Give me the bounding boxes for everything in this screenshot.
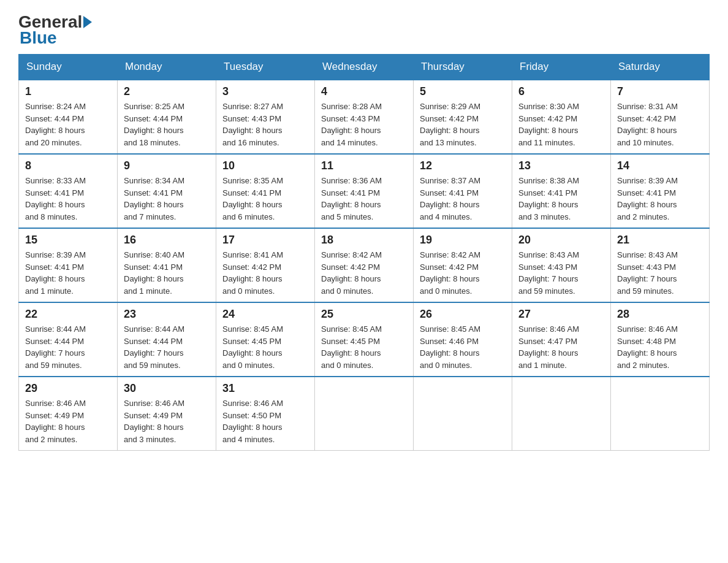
calendar-cell: 21 Sunrise: 8:43 AMSunset: 4:43 PMDaylig… [611,228,710,302]
day-info: Sunrise: 8:24 AMSunset: 4:44 PMDaylight:… [25,101,111,148]
day-number: 3 [222,85,308,98]
calendar-week-row: 8 Sunrise: 8:33 AMSunset: 4:41 PMDayligh… [19,154,710,228]
day-info: Sunrise: 8:42 AMSunset: 4:42 PMDaylight:… [321,249,407,297]
calendar-header-tuesday: Tuesday [216,55,315,80]
calendar-header-wednesday: Wednesday [315,55,414,80]
day-number: 12 [420,159,506,172]
day-number: 15 [25,234,111,247]
logo-arrow-icon [83,16,92,28]
day-number: 23 [124,308,210,321]
day-number: 25 [321,308,407,321]
calendar-cell: 4 Sunrise: 8:28 AMSunset: 4:43 PMDayligh… [315,80,414,154]
day-number: 6 [518,85,604,98]
calendar-cell [512,377,611,451]
day-info: Sunrise: 8:28 AMSunset: 4:43 PMDaylight:… [321,101,407,148]
calendar-header-thursday: Thursday [414,55,512,80]
day-number: 19 [420,234,506,247]
day-info: Sunrise: 8:38 AMSunset: 4:41 PMDaylight:… [518,175,604,223]
day-info: Sunrise: 8:35 AMSunset: 4:41 PMDaylight:… [222,175,308,223]
day-info: Sunrise: 8:46 AMSunset: 4:49 PMDaylight:… [25,397,111,445]
day-info: Sunrise: 8:46 AMSunset: 4:47 PMDaylight:… [518,323,604,371]
calendar-week-row: 22 Sunrise: 8:44 AMSunset: 4:44 PMDaylig… [19,302,710,377]
calendar-week-row: 15 Sunrise: 8:39 AMSunset: 4:41 PMDaylig… [19,228,710,302]
day-info: Sunrise: 8:36 AMSunset: 4:41 PMDaylight:… [321,175,407,223]
day-info: Sunrise: 8:43 AMSunset: 4:43 PMDaylight:… [617,249,703,297]
day-number: 13 [518,159,604,172]
day-number: 27 [518,308,604,321]
day-info: Sunrise: 8:33 AMSunset: 4:41 PMDaylight:… [25,175,111,223]
calendar-cell: 30 Sunrise: 8:46 AMSunset: 4:49 PMDaylig… [118,377,216,451]
day-number: 28 [617,308,703,321]
day-info: Sunrise: 8:45 AMSunset: 4:46 PMDaylight:… [420,323,506,371]
day-info: Sunrise: 8:39 AMSunset: 4:41 PMDaylight:… [617,175,703,223]
calendar-header-monday: Monday [118,55,216,80]
day-info: Sunrise: 8:44 AMSunset: 4:44 PMDaylight:… [124,323,210,371]
calendar-cell: 5 Sunrise: 8:29 AMSunset: 4:42 PMDayligh… [414,80,512,154]
day-info: Sunrise: 8:40 AMSunset: 4:41 PMDaylight:… [124,249,210,297]
calendar-table: SundayMondayTuesdayWednesdayThursdayFrid… [18,54,710,451]
day-number: 10 [222,159,308,172]
day-number: 2 [124,85,210,98]
day-number: 26 [420,308,506,321]
day-number: 29 [25,382,111,395]
day-number: 7 [617,85,703,98]
day-number: 4 [321,85,407,98]
page-header: General Blue [18,12,710,48]
day-info: Sunrise: 8:46 AMSunset: 4:49 PMDaylight:… [124,397,210,445]
day-number: 1 [25,85,111,98]
day-number: 20 [518,234,604,247]
day-info: Sunrise: 8:45 AMSunset: 4:45 PMDaylight:… [321,323,407,371]
day-info: Sunrise: 8:29 AMSunset: 4:42 PMDaylight:… [420,101,506,148]
calendar-cell: 10 Sunrise: 8:35 AMSunset: 4:41 PMDaylig… [216,154,315,228]
day-info: Sunrise: 8:31 AMSunset: 4:42 PMDaylight:… [617,101,703,148]
day-info: Sunrise: 8:25 AMSunset: 4:44 PMDaylight:… [124,101,210,148]
calendar-cell: 19 Sunrise: 8:42 AMSunset: 4:42 PMDaylig… [414,228,512,302]
calendar-cell: 11 Sunrise: 8:36 AMSunset: 4:41 PMDaylig… [315,154,414,228]
calendar-cell: 18 Sunrise: 8:42 AMSunset: 4:42 PMDaylig… [315,228,414,302]
day-info: Sunrise: 8:27 AMSunset: 4:43 PMDaylight:… [222,101,308,148]
day-number: 21 [617,234,703,247]
day-number: 18 [321,234,407,247]
calendar-header-friday: Friday [512,55,611,80]
day-number: 22 [25,308,111,321]
calendar-week-row: 1 Sunrise: 8:24 AMSunset: 4:44 PMDayligh… [19,80,710,154]
calendar-cell: 28 Sunrise: 8:46 AMSunset: 4:48 PMDaylig… [611,302,710,377]
calendar-cell: 29 Sunrise: 8:46 AMSunset: 4:49 PMDaylig… [19,377,118,451]
day-info: Sunrise: 8:39 AMSunset: 4:41 PMDaylight:… [25,249,111,297]
day-info: Sunrise: 8:43 AMSunset: 4:43 PMDaylight:… [518,249,604,297]
calendar-cell: 1 Sunrise: 8:24 AMSunset: 4:44 PMDayligh… [19,80,118,154]
calendar-week-row: 29 Sunrise: 8:46 AMSunset: 4:49 PMDaylig… [19,377,710,451]
calendar-header-saturday: Saturday [611,55,710,80]
calendar-cell: 8 Sunrise: 8:33 AMSunset: 4:41 PMDayligh… [19,154,118,228]
day-number: 8 [25,159,111,172]
calendar-cell: 25 Sunrise: 8:45 AMSunset: 4:45 PMDaylig… [315,302,414,377]
calendar-cell: 14 Sunrise: 8:39 AMSunset: 4:41 PMDaylig… [611,154,710,228]
day-number: 24 [222,308,308,321]
calendar-cell: 17 Sunrise: 8:41 AMSunset: 4:42 PMDaylig… [216,228,315,302]
day-number: 16 [124,234,210,247]
day-number: 17 [222,234,308,247]
calendar-cell: 9 Sunrise: 8:34 AMSunset: 4:41 PMDayligh… [118,154,216,228]
day-info: Sunrise: 8:42 AMSunset: 4:42 PMDaylight:… [420,249,506,297]
calendar-cell: 6 Sunrise: 8:30 AMSunset: 4:42 PMDayligh… [512,80,611,154]
calendar-cell: 27 Sunrise: 8:46 AMSunset: 4:47 PMDaylig… [512,302,611,377]
day-number: 5 [420,85,506,98]
day-number: 14 [617,159,703,172]
day-info: Sunrise: 8:46 AMSunset: 4:50 PMDaylight:… [222,397,308,445]
day-number: 30 [124,382,210,395]
day-info: Sunrise: 8:44 AMSunset: 4:44 PMDaylight:… [25,323,111,371]
logo: General Blue [18,12,93,48]
calendar-cell: 20 Sunrise: 8:43 AMSunset: 4:43 PMDaylig… [512,228,611,302]
calendar-cell: 31 Sunrise: 8:46 AMSunset: 4:50 PMDaylig… [216,377,315,451]
calendar-cell: 13 Sunrise: 8:38 AMSunset: 4:41 PMDaylig… [512,154,611,228]
day-info: Sunrise: 8:46 AMSunset: 4:48 PMDaylight:… [617,323,703,371]
calendar-cell: 2 Sunrise: 8:25 AMSunset: 4:44 PMDayligh… [118,80,216,154]
calendar-cell: 15 Sunrise: 8:39 AMSunset: 4:41 PMDaylig… [19,228,118,302]
calendar-cell: 16 Sunrise: 8:40 AMSunset: 4:41 PMDaylig… [118,228,216,302]
calendar-cell: 12 Sunrise: 8:37 AMSunset: 4:41 PMDaylig… [414,154,512,228]
day-number: 31 [222,382,308,395]
calendar-cell [611,377,710,451]
day-info: Sunrise: 8:30 AMSunset: 4:42 PMDaylight:… [518,101,604,148]
calendar-header-sunday: Sunday [19,55,118,80]
day-info: Sunrise: 8:45 AMSunset: 4:45 PMDaylight:… [222,323,308,371]
